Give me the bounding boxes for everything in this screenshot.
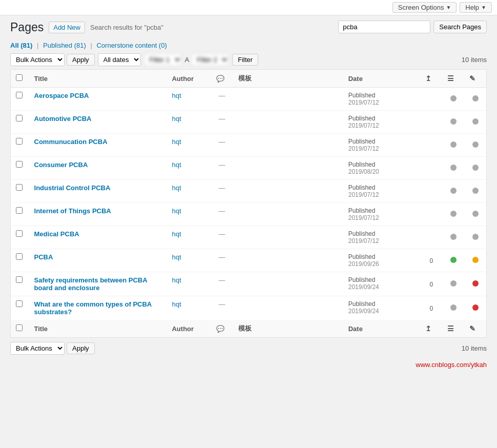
dates-select[interactable]: All dates bbox=[98, 53, 141, 66]
blurred-filter-1-select[interactable]: Filter 1 bbox=[144, 53, 182, 66]
title-column-footer-header[interactable]: Title bbox=[29, 320, 167, 338]
author-link[interactable]: hqt bbox=[172, 184, 181, 192]
author-link[interactable]: hqt bbox=[172, 230, 181, 238]
row-checkbox[interactable] bbox=[16, 161, 23, 168]
row-dot1-cell bbox=[442, 157, 464, 180]
bottom-bulk-actions-select[interactable]: Bulk Actions bbox=[10, 342, 65, 355]
status-dot-2 bbox=[472, 304, 479, 311]
search-row: Search Pages bbox=[338, 21, 487, 33]
page-title-link[interactable]: Industrial Control PCBA bbox=[34, 184, 111, 192]
bottom-bulk-actions-wrap: Bulk Actions Apply bbox=[10, 342, 95, 355]
date-status: Published bbox=[348, 207, 416, 214]
status-dot-1 bbox=[450, 95, 457, 101]
row-checkbox[interactable] bbox=[16, 115, 23, 121]
bottom-toolbar: Bulk Actions Apply 10 items bbox=[10, 342, 487, 355]
author-link[interactable]: hqt bbox=[172, 161, 181, 169]
date-value: 2019/07/12 bbox=[348, 122, 416, 129]
row-count-cell: 0 bbox=[420, 272, 442, 296]
date-status: Published bbox=[348, 184, 416, 191]
author-link[interactable]: hqt bbox=[172, 253, 181, 261]
author-link[interactable]: hqt bbox=[172, 92, 181, 99]
page-title-link[interactable]: Safety requirements between PCBA board a… bbox=[34, 276, 148, 292]
page-title-link[interactable]: Communucation PCBA bbox=[34, 138, 108, 146]
screen-options-label: Screen Options bbox=[398, 4, 444, 11]
row-comments-cell: — bbox=[211, 226, 233, 249]
row-checkbox[interactable] bbox=[16, 230, 23, 237]
date-column-footer-header[interactable]: Date bbox=[343, 320, 421, 338]
page-title-link[interactable]: Automotive PCBA bbox=[34, 115, 92, 123]
check-all-footer-checkbox[interactable] bbox=[16, 324, 23, 331]
search-input[interactable] bbox=[338, 21, 430, 33]
row-title-cell: Aerospace PCBA bbox=[29, 88, 167, 111]
search-pages-button[interactable]: Search Pages bbox=[433, 21, 487, 33]
comments-value: — bbox=[219, 184, 225, 192]
row-date-cell: Published 2019/07/12 bbox=[343, 226, 421, 249]
row-checkbox[interactable] bbox=[16, 184, 23, 191]
comments-value: — bbox=[219, 161, 225, 169]
row-checkbox[interactable] bbox=[16, 300, 23, 307]
author-link[interactable]: hqt bbox=[172, 207, 181, 215]
comment-column-footer-header: 💬 bbox=[211, 320, 233, 338]
date-column-header[interactable]: Date bbox=[343, 70, 421, 88]
row-author-cell: hqt bbox=[167, 88, 211, 111]
author-link[interactable]: hqt bbox=[172, 276, 181, 284]
title-column-header[interactable]: Title bbox=[29, 70, 167, 88]
bulk-actions-select[interactable]: Bulk Actions bbox=[10, 53, 65, 66]
menu-footer-icon: ☰ bbox=[447, 324, 454, 333]
add-new-button[interactable]: Add New bbox=[49, 22, 85, 33]
row-dot1-cell bbox=[442, 249, 464, 272]
page-title-link[interactable]: What are the common types of PCBA substr… bbox=[34, 300, 152, 316]
row-title-cell: Internet of Things PCBA bbox=[29, 203, 167, 226]
status-dot-1 bbox=[450, 257, 457, 263]
page-header: Pages Add New Search results for "pcba" bbox=[10, 21, 163, 34]
filter-tab-cornerstone[interactable]: Cornerstone content (0) bbox=[96, 42, 167, 49]
prefix-a-wrap: A Filter 2 bbox=[185, 53, 230, 66]
page-title-link[interactable]: Medical PCBA bbox=[34, 230, 79, 238]
row-checkbox[interactable] bbox=[16, 207, 23, 214]
row-title-cell: Communucation PCBA bbox=[29, 134, 167, 157]
page-title-link[interactable]: PCBA bbox=[34, 253, 53, 261]
row-checkbox[interactable] bbox=[16, 138, 23, 145]
help-button[interactable]: Help ▼ bbox=[460, 2, 492, 13]
date-value: 2019/09/24 bbox=[348, 308, 416, 315]
table-row: Industrial Control PCBA hqt — Published … bbox=[11, 180, 487, 203]
blurred-filter-2-select[interactable]: Filter 2 bbox=[191, 53, 229, 66]
author-link[interactable]: hqt bbox=[172, 138, 181, 146]
filter-tab-published[interactable]: Published (81) bbox=[43, 42, 86, 49]
icon1-column-header: ↥ bbox=[420, 70, 442, 88]
filter-button[interactable]: Filter bbox=[232, 54, 258, 66]
check-all-header bbox=[11, 70, 29, 88]
top-apply-button[interactable]: Apply bbox=[67, 54, 95, 66]
status-dot-1 bbox=[450, 165, 457, 171]
row-comments-cell: — bbox=[211, 111, 233, 134]
author-link[interactable]: hqt bbox=[172, 300, 181, 308]
check-all-checkbox[interactable] bbox=[16, 74, 23, 81]
comments-value: — bbox=[219, 207, 225, 215]
status-dot-2 bbox=[472, 165, 479, 171]
row-checkbox-cell bbox=[11, 272, 29, 296]
row-date-cell: Published 2019/09/24 bbox=[343, 296, 421, 320]
page-title-link[interactable]: Aerospace PCBA bbox=[34, 92, 89, 99]
bottom-apply-button[interactable]: Apply bbox=[67, 342, 95, 354]
icon2-column-footer-header: ☰ bbox=[442, 320, 464, 338]
filter-tab-all[interactable]: All (81) bbox=[10, 42, 32, 49]
page-title-link[interactable]: Consumer PCBA bbox=[34, 161, 88, 169]
row-date-cell: Published 2019/07/12 bbox=[343, 180, 421, 203]
table-row: Aerospace PCBA hqt — Published 2019/07/1… bbox=[11, 88, 487, 111]
row-checkbox-cell bbox=[11, 88, 29, 111]
row-checkbox[interactable] bbox=[16, 276, 23, 283]
row-checkbox[interactable] bbox=[16, 253, 23, 260]
items-count-top: 10 items bbox=[462, 56, 487, 64]
author-link[interactable]: hqt bbox=[172, 115, 181, 123]
screen-options-button[interactable]: Screen Options ▼ bbox=[392, 2, 457, 13]
row-checkbox[interactable] bbox=[16, 92, 23, 98]
page-title-link[interactable]: Internet of Things PCBA bbox=[34, 207, 111, 215]
row-dot2-cell bbox=[464, 134, 486, 157]
chevron-down-icon: ▼ bbox=[446, 5, 451, 10]
menu-icon: ☰ bbox=[447, 74, 454, 83]
row-checkbox-cell bbox=[11, 134, 29, 157]
row-title-cell: Medical PCBA bbox=[29, 226, 167, 249]
row-count-cell bbox=[420, 88, 442, 111]
date-value: 2019/09/26 bbox=[348, 260, 416, 268]
comments-value: — bbox=[219, 92, 225, 99]
